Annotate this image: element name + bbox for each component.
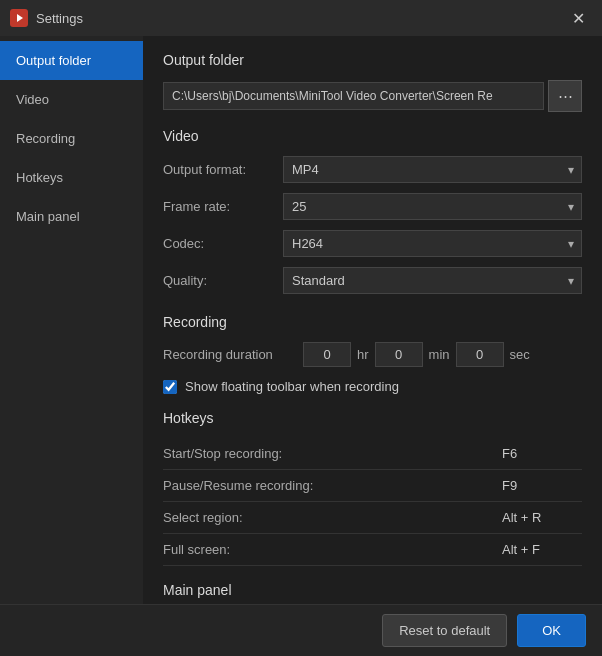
- floating-toolbar-checkbox[interactable]: [163, 380, 177, 394]
- main-panel-title: Main panel: [163, 582, 582, 598]
- hotkey-full-screen-value: Alt + F: [502, 542, 582, 557]
- main-content: Output folder C:\Users\bj\Documents\Mini…: [143, 36, 602, 604]
- hotkey-select-region-label: Select region:: [163, 510, 502, 525]
- recording-duration-row: Recording duration hr min sec: [163, 342, 582, 367]
- output-folder-row: C:\Users\bj\Documents\MiniTool Video Con…: [163, 80, 582, 112]
- quality-row: Quality: Low Standard High Lossless: [163, 267, 582, 294]
- hotkey-start-stop-value: F6: [502, 446, 582, 461]
- output-format-wrapper: MP4 AVI MKV MOV: [283, 156, 582, 183]
- output-path: C:\Users\bj\Documents\MiniTool Video Con…: [163, 82, 544, 110]
- hotkeys-section: Hotkeys Start/Stop recording: F6 Pause/R…: [163, 410, 582, 566]
- frame-rate-select[interactable]: 15 25 30 60: [283, 193, 582, 220]
- codec-row: Codec: H264 H265 VP8: [163, 230, 582, 257]
- settings-window: Settings ✕ Output folder Video Recording…: [0, 0, 602, 656]
- main-panel-section: Main panel: [163, 582, 582, 598]
- sidebar-item-output-folder[interactable]: Output folder: [0, 41, 143, 80]
- close-button[interactable]: ✕: [564, 4, 592, 32]
- frame-rate-wrapper: 15 25 30 60: [283, 193, 582, 220]
- codec-wrapper: H264 H265 VP8: [283, 230, 582, 257]
- sec-unit: sec: [510, 347, 530, 362]
- hotkey-row-full-screen: Full screen: Alt + F: [163, 534, 582, 566]
- hotkey-row-select-region: Select region: Alt + R: [163, 502, 582, 534]
- ok-button[interactable]: OK: [517, 614, 586, 647]
- sidebar-item-recording[interactable]: Recording: [0, 119, 143, 158]
- floating-toolbar-row: Show floating toolbar when recording: [163, 379, 582, 394]
- app-icon: [10, 9, 28, 27]
- output-format-label: Output format:: [163, 162, 283, 177]
- quality-select[interactable]: Low Standard High Lossless: [283, 267, 582, 294]
- hotkey-full-screen-label: Full screen:: [163, 542, 502, 557]
- codec-label: Codec:: [163, 236, 283, 251]
- quality-wrapper: Low Standard High Lossless: [283, 267, 582, 294]
- titlebar: Settings ✕: [0, 0, 602, 36]
- duration-label: Recording duration: [163, 347, 303, 362]
- content-area: Output folder Video Recording Hotkeys Ma…: [0, 36, 602, 604]
- duration-sec-input[interactable]: [456, 342, 504, 367]
- recording-title: Recording: [163, 314, 582, 330]
- frame-rate-row: Frame rate: 15 25 30 60: [163, 193, 582, 220]
- duration-min-input[interactable]: [375, 342, 423, 367]
- hotkeys-title: Hotkeys: [163, 410, 582, 426]
- frame-rate-label: Frame rate:: [163, 199, 283, 214]
- duration-hr-input[interactable]: [303, 342, 351, 367]
- hotkey-pause-resume-value: F9: [502, 478, 582, 493]
- sidebar-item-hotkeys[interactable]: Hotkeys: [0, 158, 143, 197]
- video-title: Video: [163, 128, 582, 144]
- hotkey-select-region-value: Alt + R: [502, 510, 582, 525]
- min-unit: min: [429, 347, 450, 362]
- output-format-row: Output format: MP4 AVI MKV MOV: [163, 156, 582, 183]
- sidebar-item-video[interactable]: Video: [0, 80, 143, 119]
- hotkey-start-stop-label: Start/Stop recording:: [163, 446, 502, 461]
- window-title: Settings: [36, 11, 564, 26]
- sidebar: Output folder Video Recording Hotkeys Ma…: [0, 36, 143, 604]
- output-folder-title: Output folder: [163, 52, 582, 68]
- hr-unit: hr: [357, 347, 369, 362]
- output-format-select[interactable]: MP4 AVI MKV MOV: [283, 156, 582, 183]
- hotkey-pause-resume-label: Pause/Resume recording:: [163, 478, 502, 493]
- reset-button[interactable]: Reset to default: [382, 614, 507, 647]
- footer: Reset to default OK: [0, 604, 602, 656]
- hotkey-row-start-stop: Start/Stop recording: F6: [163, 438, 582, 470]
- sidebar-item-main-panel[interactable]: Main panel: [0, 197, 143, 236]
- codec-select[interactable]: H264 H265 VP8: [283, 230, 582, 257]
- floating-toolbar-label: Show floating toolbar when recording: [185, 379, 399, 394]
- hotkey-row-pause-resume: Pause/Resume recording: F9: [163, 470, 582, 502]
- browse-button[interactable]: ⋯: [548, 80, 582, 112]
- quality-label: Quality:: [163, 273, 283, 288]
